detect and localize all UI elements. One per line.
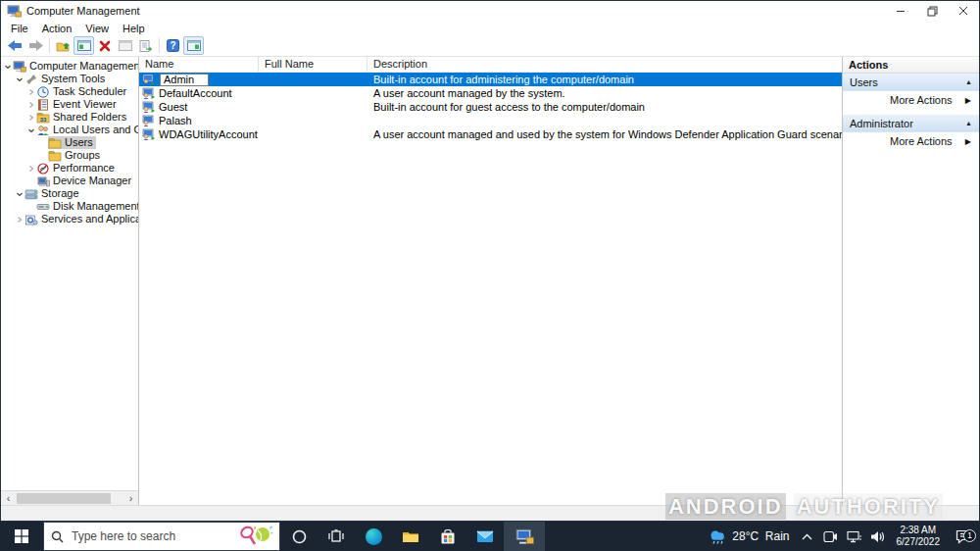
screen: Computer Management File bbox=[0, 0, 980, 551]
folder-icon bbox=[48, 137, 62, 149]
column-header-full-name[interactable]: Full Name bbox=[259, 57, 368, 72]
tree-item-computer-management[interactable]: Computer Management (Local) bbox=[1, 60, 138, 73]
computer-icon bbox=[13, 61, 26, 73]
meet-now-icon[interactable] bbox=[819, 530, 843, 543]
computer-management-icon bbox=[515, 528, 534, 545]
local-users-groups-icon bbox=[36, 125, 50, 136]
search-placeholder: Type here to search bbox=[72, 529, 175, 543]
tree-item-services-and-applications[interactable]: Services and Applications bbox=[1, 213, 138, 225]
collapse-arrow-icon[interactable]: ▲ bbox=[965, 120, 972, 126]
task-scheduler-icon bbox=[36, 86, 50, 98]
export-list-button[interactable] bbox=[135, 36, 156, 55]
user-row-defaultaccount[interactable]: DefaultAccount A user account managed by… bbox=[139, 86, 842, 100]
taskbar-search[interactable]: Type here to search bbox=[43, 522, 280, 551]
properties-button[interactable] bbox=[115, 36, 135, 55]
folder-icon bbox=[48, 150, 62, 162]
tree-item-local-users-and-groups[interactable]: Local Users and Groups bbox=[1, 124, 138, 136]
tree-item-groups[interactable]: Groups bbox=[1, 149, 138, 162]
rename-edit-box[interactable]: Admin bbox=[160, 74, 209, 86]
minimize-button[interactable] bbox=[885, 1, 916, 21]
volume-icon[interactable] bbox=[866, 530, 890, 543]
tree-item-users[interactable]: Users bbox=[1, 136, 138, 149]
cell-description: Built-in account for administering the c… bbox=[368, 74, 842, 85]
toolbar-separator bbox=[49, 38, 50, 53]
list-header: Name Full Name Description bbox=[139, 57, 842, 73]
microsoft-store-button[interactable] bbox=[429, 522, 466, 551]
android-authority-watermark: ANDROID AUTHORITY bbox=[665, 494, 943, 520]
back-button[interactable] bbox=[5, 36, 25, 55]
edge-icon bbox=[366, 528, 382, 545]
system-tray: 28°C Rain bbox=[708, 522, 980, 551]
collapse-arrow-icon[interactable]: ▲ bbox=[965, 78, 972, 85]
clock-time: 2:38 AM bbox=[900, 525, 936, 535]
actions-pane-title: Actions bbox=[843, 57, 979, 74]
column-header-name[interactable]: Name bbox=[139, 57, 259, 72]
show-console-tree-button[interactable] bbox=[74, 36, 94, 55]
cortana-button[interactable] bbox=[280, 522, 318, 551]
user-row-wdagutilityaccount[interactable]: WDAGUtilityAccount A user account manage… bbox=[139, 127, 842, 141]
network-icon[interactable] bbox=[843, 530, 866, 543]
users-list: Name Full Name Description Admin Built-i… bbox=[139, 57, 843, 505]
cortana-icon bbox=[292, 529, 307, 544]
mail-icon bbox=[476, 530, 494, 543]
help-button[interactable]: ? bbox=[163, 36, 183, 55]
disk-management-icon bbox=[36, 201, 50, 213]
computer-management-icon bbox=[7, 5, 22, 18]
file-explorer-button[interactable] bbox=[392, 522, 429, 551]
tree-item-device-manager[interactable]: Device Manager bbox=[1, 175, 138, 187]
scroll-right-arrow[interactable]: › bbox=[123, 492, 138, 505]
more-actions-administrator[interactable]: More Actions ▶ bbox=[843, 132, 979, 150]
restore-button[interactable] bbox=[916, 1, 948, 21]
microsoft-store-icon bbox=[440, 529, 456, 544]
console-tree: Computer Management (Local) System Tools bbox=[1, 57, 139, 505]
performance-icon bbox=[36, 163, 50, 175]
menu-action[interactable]: Action bbox=[35, 23, 79, 34]
show-hidden-icons-button[interactable] bbox=[796, 533, 819, 540]
tree-item-shared-folders[interactable]: 33 Shared Folders bbox=[1, 111, 138, 124]
up-one-level-button[interactable] bbox=[53, 36, 74, 55]
tree-item-performance[interactable]: Performance bbox=[1, 162, 138, 175]
cell-name: WDAGUtilityAccount bbox=[159, 128, 258, 140]
computer-management-taskbar-button[interactable] bbox=[504, 522, 545, 551]
start-button[interactable] bbox=[0, 522, 43, 551]
menu-help[interactable]: Help bbox=[116, 23, 152, 34]
action-center-button[interactable]: 1 bbox=[947, 529, 980, 544]
menu-view[interactable]: View bbox=[78, 23, 116, 34]
tree-horizontal-scrollbar[interactable]: ‹ › bbox=[1, 490, 138, 505]
window-controls bbox=[885, 1, 979, 21]
scrollbar-thumb[interactable] bbox=[17, 493, 111, 504]
computer-management-window: Computer Management File bbox=[0, 0, 980, 522]
close-button[interactable] bbox=[948, 1, 979, 21]
edge-button[interactable] bbox=[355, 522, 392, 551]
actions-section-users[interactable]: Users ▲ bbox=[843, 74, 979, 91]
taskbar-clock[interactable]: 2:38 AM 6/27/2022 bbox=[890, 525, 948, 548]
shared-folders-icon: 33 bbox=[36, 112, 50, 124]
title-bar[interactable]: Computer Management bbox=[1, 1, 979, 21]
user-row-admin[interactable]: Admin Built-in account for administering… bbox=[139, 73, 842, 86]
tree-item-disk-management[interactable]: Disk Management bbox=[1, 200, 138, 213]
user-row-guest[interactable]: Guest Built-in account for guest access … bbox=[139, 100, 842, 114]
more-actions-users[interactable]: More Actions ▶ bbox=[843, 91, 979, 109]
weather-status[interactable]: 28°C Rain bbox=[732, 529, 789, 543]
menu-file[interactable]: File bbox=[4, 23, 35, 34]
system-tools-icon bbox=[24, 74, 38, 85]
weather-icon[interactable] bbox=[708, 528, 727, 544]
actions-section-administrator[interactable]: Administrator ▲ bbox=[843, 115, 979, 132]
scroll-left-arrow[interactable]: ‹ bbox=[1, 492, 16, 505]
forward-button[interactable] bbox=[25, 36, 46, 55]
mail-button[interactable] bbox=[466, 522, 504, 551]
tree-item-task-scheduler[interactable]: Task Scheduler bbox=[1, 85, 138, 98]
delete-button[interactable] bbox=[94, 36, 115, 55]
taskbar: Type here to search bbox=[0, 522, 980, 551]
column-header-description[interactable]: Description bbox=[368, 57, 842, 72]
device-manager-icon bbox=[36, 175, 50, 187]
show-action-pane-button[interactable] bbox=[183, 36, 204, 55]
tree-item-event-viewer[interactable]: Event Viewer bbox=[1, 98, 138, 111]
svg-text:?: ? bbox=[170, 40, 175, 51]
search-doodle-icon[interactable] bbox=[237, 526, 272, 547]
task-view-button[interactable] bbox=[318, 522, 355, 551]
user-row-palash[interactable]: Palash bbox=[139, 114, 842, 127]
tree-item-storage[interactable]: Storage bbox=[1, 187, 138, 200]
file-explorer-icon bbox=[402, 529, 419, 543]
tree-item-system-tools[interactable]: System Tools bbox=[1, 73, 138, 85]
